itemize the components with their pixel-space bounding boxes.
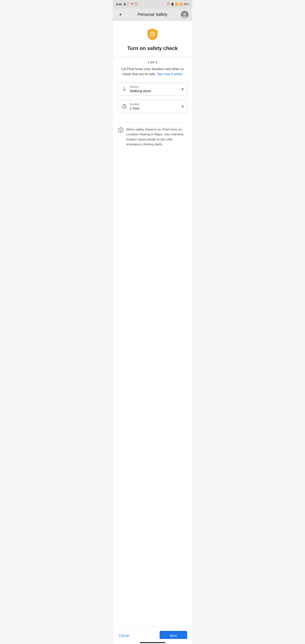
reason-value: Walking alone (130, 89, 182, 93)
stopwatch-icon (122, 104, 127, 109)
step-info: 1 OF 2 Let Pixel know your situation and… (118, 56, 187, 78)
reason-dropdown[interactable]: Reason Walking alone ▾ (118, 82, 187, 96)
shield-icon-container (118, 28, 187, 41)
reason-field-content: Reason Walking alone (130, 85, 182, 93)
svg-line-9 (124, 107, 125, 107)
info-icon (118, 127, 124, 134)
settings-button[interactable]: ⚙ (116, 10, 125, 19)
app-bar: ⚙ Personal Safety (113, 8, 192, 21)
status-bar: 8:09 🖼 📋 📅 ⏰ ⏰ 📳 📶 📶 88% (113, 0, 192, 8)
duration-label: Duration (130, 103, 182, 106)
status-time: 8:09 (116, 3, 122, 6)
settings-icon: ⚙ (119, 13, 122, 16)
home-bar (113, 639, 192, 644)
step-counter: 1 OF 2 (118, 61, 187, 64)
info-section: When safety check is on, Pixel turns on … (118, 117, 187, 150)
page-heading: Turn on safety check (118, 45, 187, 51)
step-description: Let Pixel know your situation and when t… (118, 66, 187, 77)
shield-icon (146, 28, 159, 41)
wifi-icon: 📶 (175, 3, 178, 6)
user-avatar (181, 11, 188, 18)
duration-value: 1 hour (130, 106, 182, 110)
avatar-button[interactable] (180, 10, 189, 19)
see-how-link[interactable]: See how it works (157, 72, 183, 76)
cancel-button[interactable]: Cancel (118, 632, 130, 639)
home-indicator (140, 642, 165, 643)
info-row: When safety check is on, Pixel turns on … (118, 127, 187, 146)
reason-label: Reason (130, 85, 182, 88)
signal-icon: 📶 (180, 3, 182, 6)
svg-point-1 (183, 12, 186, 15)
alarm-status-icon: ⏰ (167, 3, 170, 6)
info-divider (118, 122, 187, 123)
duration-dropdown[interactable]: Duration 1 hour ▾ (118, 100, 187, 113)
svg-point-6 (124, 87, 124, 88)
duration-dropdown-arrow: ▾ (182, 104, 184, 109)
status-left: 8:09 🖼 📋 📅 ⏰ (116, 3, 138, 6)
walking-person-icon (122, 86, 127, 92)
main-content: Turn on safety check 1 OF 2 Let Pixel kn… (113, 21, 192, 627)
vibrate-icon: 📳 (171, 3, 174, 6)
app-bar-title: Personal Safety (125, 12, 180, 17)
status-right: ⏰ 📳 📶 📶 88% (167, 3, 189, 6)
reason-dropdown-arrow: ▾ (182, 87, 184, 92)
battery-level: 88% (184, 3, 189, 6)
info-text: When safety check is on, Pixel turns on … (126, 127, 187, 146)
status-icons: 🖼 📋 📅 ⏰ (124, 3, 138, 6)
duration-field-content: Duration 1 hour (130, 103, 182, 110)
